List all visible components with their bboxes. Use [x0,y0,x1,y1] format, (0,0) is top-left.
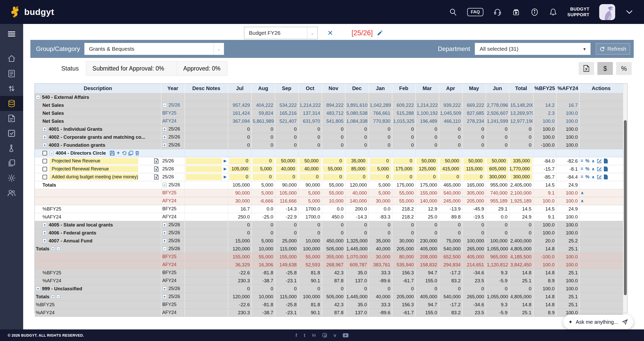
month-cell[interactable]: 5,000 [251,165,275,173]
arrow-right-icon[interactable]: ▶ [224,174,227,179]
expand-icon[interactable]: + [162,239,167,243]
undo-icon[interactable] [122,151,126,155]
add-icon[interactable]: + [117,150,120,156]
group-category-select[interactable]: Grants & Bequests ⌄ [84,43,224,55]
linkedin-icon[interactable]: in [312,333,316,338]
arrow-right-icon[interactable]: ▶ [224,159,227,163]
editable-amount[interactable]: 125,000 [416,166,438,172]
edit-icon[interactable] [597,167,602,171]
edit-icon[interactable] [597,159,602,163]
month-cell[interactable]: 50,000 [275,157,298,165]
row-checkbox[interactable] [42,175,47,179]
copy-icon[interactable] [128,151,133,155]
collapse-icon[interactable]: − [162,247,167,251]
month-cell[interactable]: 50,000 [439,157,462,165]
editable-amount[interactable]: 0 [370,158,391,164]
department-select[interactable]: All selected (31) ▼ [475,43,591,55]
editable-amount[interactable]: 50,000 [487,158,508,164]
sidebar-item-forecasts[interactable] [0,111,23,126]
editable-amount[interactable]: 50,000 [416,158,438,164]
ask-anything-widget[interactable]: ✦ Ask me anything... [563,315,633,329]
notes-file-icon[interactable] [604,159,608,163]
sidebar-item-budgets[interactable] [0,96,23,111]
editable-amount[interactable]: 0 [346,174,368,180]
budget-select[interactable]: Budget FY26 ⌄ [244,27,318,39]
month-cell[interactable]: 0 [298,173,322,181]
month-cell[interactable]: 105,000 [228,165,251,173]
collapse-icon[interactable]: − [162,183,167,187]
collapse-icon[interactable]: − [36,95,40,99]
month-cell[interactable]: 0 [439,173,462,181]
notes-file-icon[interactable] [604,167,608,171]
facebook-icon[interactable]: f [295,333,297,338]
editable-amount[interactable]: 55,000 [323,166,344,172]
editable-amount[interactable]: 5,000 [370,166,391,172]
collapse-icon[interactable]: − [162,103,167,107]
month-cell[interactable]: 50,000 [462,157,486,165]
month-cell[interactable]: 605,000 [486,165,509,173]
vertical-scrollbar[interactable] [623,84,627,313]
youtube-icon[interactable] [343,333,349,337]
editable-amount[interactable]: 50,000 [440,158,462,164]
expand-icon[interactable]: + [42,239,47,243]
editable-amount[interactable]: 50,000 [299,158,321,164]
month-cell[interactable]: 0 [251,157,275,165]
sidebar-item-approvals[interactable] [0,126,23,141]
month-cell[interactable]: 0 [228,173,251,181]
desc-note-input[interactable] [186,174,222,180]
send-icon[interactable] [622,319,628,325]
percent-icon[interactable]: % [585,158,589,164]
expand-icon[interactable]: + [36,286,40,291]
month-cell[interactable]: 0 [462,173,486,181]
month-cell[interactable]: 50,000 [486,157,509,165]
month-cell[interactable]: 0 [275,173,298,181]
month-cell[interactable]: 0 [322,173,345,181]
row-checkbox[interactable] [42,151,47,155]
editable-amount[interactable]: 0 [229,174,251,180]
row-checkbox[interactable] [42,167,47,171]
percent-icon[interactable]: % [585,174,589,180]
editable-amount[interactable]: 0 [440,174,462,180]
editable-amount[interactable]: 300,000 [487,174,508,180]
percent-view-button[interactable]: % [616,62,632,75]
month-cell[interactable]: 5,000 [369,165,392,173]
menu-toggle-button[interactable] [0,24,23,44]
desc-note-input[interactable] [186,166,222,172]
row-checkbox[interactable] [42,159,47,163]
month-cell[interactable]: 50,000 [298,157,322,165]
editable-amount[interactable]: 40,000 [299,166,321,172]
month-cell[interactable]: 0 [322,157,345,165]
video-tutorials-icon[interactable] [512,8,520,16]
editable-amount[interactable]: 0 [463,174,485,180]
percent-icon[interactable]: % [585,166,589,172]
collapse-caret-icon[interactable]: ∧ [591,167,595,171]
month-cell[interactable]: 175,000 [392,165,415,173]
collapse-caret-icon[interactable]: ∧ [591,159,595,163]
avatar[interactable] [599,4,615,20]
twitter-icon[interactable]: t [304,333,305,338]
editable-amount[interactable]: 0 [370,174,391,180]
month-cell[interactable]: 0 [369,157,392,165]
delete-icon[interactable] [135,151,139,155]
dollar-view-button[interactable]: $ [597,62,613,75]
collapse-caret-icon[interactable]: ∧ [581,198,584,203]
editable-amount[interactable]: 0 [253,158,274,164]
editable-amount[interactable]: 0 [393,158,415,164]
expand-icon[interactable]: + [162,231,167,235]
editable-amount[interactable]: 50,000 [463,158,485,164]
month-cell[interactable]: 300,000 [486,173,509,181]
equals-icon[interactable]: = [581,166,584,172]
editable-amount[interactable]: 85,000 [346,166,368,172]
editable-amount[interactable]: 5,000 [253,166,274,172]
editable-amount[interactable]: 0 [323,158,344,164]
edit-period-icon[interactable] [377,30,383,36]
expand-icon[interactable]: + [42,231,47,235]
month-cell[interactable]: 40,000 [298,165,322,173]
month-cell[interactable]: 0 [251,173,275,181]
faq-button[interactable]: FAQ [467,8,483,16]
expand-icon[interactable]: + [51,295,55,299]
sidebar-item-data-input[interactable] [0,66,23,81]
month-cell[interactable]: 0 [345,173,369,181]
clear-budget-icon[interactable]: ✕ [327,29,333,37]
editable-amount[interactable]: 0 [299,174,321,180]
